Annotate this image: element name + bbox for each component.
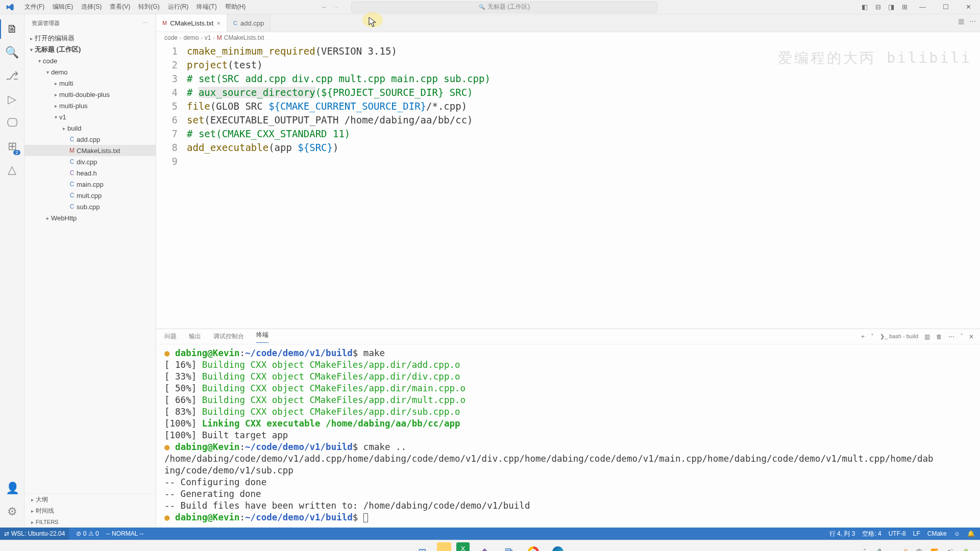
account-icon[interactable]: 👤	[0, 477, 24, 500]
sogou-icon[interactable]: S	[904, 548, 908, 552]
breadcrumb[interactable]: code›demo›v1›M CMakeLists.txt	[156, 32, 980, 43]
onedrive-icon[interactable]: ☁	[890, 548, 896, 552]
terminal[interactable]: ● dabing@Kevin:~/code/demo/v1/build$ mak…	[156, 344, 980, 528]
tree-row[interactable]: ▸multi-double-plus	[24, 89, 156, 100]
close-icon[interactable]: ✕	[957, 3, 980, 11]
editor-tab[interactable]: MCMakeLists.txt×	[156, 14, 227, 32]
encoding-status[interactable]: UTF-8	[889, 530, 906, 537]
tray-chevron-icon[interactable]: ˆ	[864, 548, 866, 552]
start-icon[interactable]: ⊞	[412, 542, 432, 552]
close-panel-icon[interactable]: ✕	[969, 333, 974, 340]
menu-item[interactable]: 终端(T)	[192, 1, 220, 13]
more-icon[interactable]: ⋯	[948, 333, 954, 340]
minimize-icon[interactable]: —	[911, 3, 934, 11]
file-icon: C	[67, 203, 77, 210]
layout-left-icon[interactable]: ◧	[858, 3, 871, 11]
tree-row[interactable]: MCMakeLists.txt	[24, 145, 156, 156]
file-icon: M	[67, 147, 77, 154]
wifi-icon[interactable]: 📶	[930, 548, 938, 552]
more-icon[interactable]: ⋯	[142, 20, 149, 27]
split-icon[interactable]: ▥	[958, 17, 964, 25]
more-icon[interactable]: ⋯	[969, 17, 976, 25]
tree-row[interactable]: ▸WebHttp	[24, 212, 156, 223]
search-placeholder: 无标题 (工作区)	[487, 3, 530, 11]
tree-row[interactable]: ▾demo	[24, 66, 156, 78]
maximize-panel-icon[interactable]: ˆ	[961, 333, 963, 340]
gutter: 123456789	[156, 43, 187, 329]
menu-item[interactable]: 转到(G)	[134, 1, 163, 13]
panel-tab[interactable]: 调试控制台	[213, 332, 244, 341]
tree-row[interactable]: Csub.cpp	[24, 201, 156, 212]
panel-tab[interactable]: 终端	[256, 331, 268, 343]
timeline-section[interactable]: ▸时间线	[24, 505, 156, 516]
tree-row[interactable]: ▸multi	[24, 78, 156, 89]
cursor-position[interactable]: 行 4, 列 3	[829, 530, 855, 538]
remote-icon[interactable]: 🖵	[0, 111, 24, 135]
new-terminal-icon[interactable]: +	[861, 333, 865, 340]
excel-icon[interactable]: X	[456, 542, 470, 552]
visual-studio-icon[interactable]: ◆	[475, 542, 494, 552]
forward-icon[interactable]: →	[333, 4, 339, 11]
tree-row[interactable]: ▸build	[24, 122, 156, 134]
open-editors-section[interactable]: ▸打开的编辑器	[24, 33, 156, 44]
mic-icon[interactable]: 🎤	[874, 548, 881, 552]
tree-row[interactable]: ▾code	[24, 55, 156, 66]
split-terminal-icon[interactable]: ▥	[924, 333, 930, 340]
volume-icon[interactable]: 🔊	[946, 548, 954, 552]
tree-row[interactable]: Cmult.cpp	[24, 190, 156, 201]
editor[interactable]: 爱编程的大丙 bilibili 123456789 cmake_minimum_…	[156, 43, 980, 329]
menubar: 文件(F)编辑(E)选择(S)查看(V)转到(G)运行(R)终端(T)帮助(H)…	[0, 0, 980, 14]
layout-grid-icon[interactable]: ⊞	[898, 3, 911, 11]
notifications-icon[interactable]: 🔔	[967, 530, 975, 537]
tree-row[interactable]: Cdiv.cpp	[24, 156, 156, 167]
menu-item[interactable]: 运行(R)	[164, 1, 193, 13]
terminal-dropdown-icon[interactable]: ˅	[871, 333, 874, 340]
chrome-icon[interactable]	[524, 542, 543, 552]
tree-row[interactable]: ▸multi-plus	[24, 100, 156, 111]
menu-item[interactable]: 帮助(H)	[221, 1, 250, 13]
source-control-icon[interactable]: ⎇	[0, 64, 24, 88]
taskbar: ⊞ X ◆ ⧉ ˆ 🎤 ☁ S 中 📶 🔊 🔋	[0, 540, 980, 551]
file-icon: C	[67, 192, 77, 199]
filters-section[interactable]: ▸FILTERS	[24, 516, 156, 528]
back-icon[interactable]: ←	[322, 4, 328, 11]
tree-row[interactable]: Cadd.cpp	[24, 134, 156, 145]
debug-icon[interactable]: ▷	[0, 88, 24, 111]
menu-item[interactable]: 查看(V)	[106, 1, 134, 13]
editor-tab[interactable]: Cadd.cpp	[227, 14, 271, 32]
tree-row[interactable]: ▾v1	[24, 111, 156, 122]
code-area[interactable]: cmake_minimum_required(VERSION 3.15)proj…	[187, 43, 980, 329]
cmake-icon[interactable]: △	[0, 158, 24, 182]
remote-indicator[interactable]: ⇄ WSL: Ubuntu-22.04	[0, 528, 69, 540]
panel-tab[interactable]: 输出	[189, 332, 201, 341]
close-tab-icon[interactable]: ×	[216, 19, 220, 27]
menu-item[interactable]: 文件(F)	[20, 1, 48, 13]
trash-icon[interactable]: 🗑	[936, 333, 942, 340]
language-status[interactable]: CMake	[927, 530, 947, 537]
search-icon[interactable]: 🔍	[0, 41, 24, 64]
vscode-icon[interactable]: ⧉	[499, 542, 519, 552]
tree-row[interactable]: Cmain.cpp	[24, 179, 156, 190]
terminal-name[interactable]: ❯_ bash - build	[880, 333, 918, 340]
battery-icon[interactable]: 🔋	[962, 548, 970, 552]
explorer-icon[interactable]: 🗎	[0, 17, 24, 41]
indent-status[interactable]: 空格: 4	[862, 530, 881, 538]
ime-icon[interactable]: 中	[916, 547, 922, 551]
layout-right-icon[interactable]: ◨	[885, 3, 898, 11]
outline-section[interactable]: ▸大纲	[24, 494, 156, 505]
edge-icon[interactable]	[548, 542, 568, 552]
menu-item[interactable]: 选择(S)	[77, 1, 106, 13]
feedback-icon[interactable]: ☺	[954, 530, 960, 537]
layout-bottom-icon[interactable]: ⊟	[871, 3, 885, 11]
maximize-icon[interactable]: ☐	[934, 3, 957, 11]
panel-tab[interactable]: 问题	[164, 332, 177, 341]
menu-item[interactable]: 编辑(E)	[48, 1, 77, 13]
settings-icon[interactable]: ⚙	[0, 500, 24, 523]
command-center[interactable]: 🔍 无标题 (工作区)	[351, 2, 657, 13]
file-explorer-icon[interactable]	[437, 542, 451, 552]
extensions-icon[interactable]: ⊞2	[0, 135, 24, 158]
workspace-root[interactable]: ▾无标题 (工作区)	[24, 44, 156, 55]
problems-status[interactable]: ⊘ 0 ⚠ 0	[76, 530, 99, 537]
eol-status[interactable]: LF	[913, 530, 920, 537]
tree-row[interactable]: Chead.h	[24, 167, 156, 179]
